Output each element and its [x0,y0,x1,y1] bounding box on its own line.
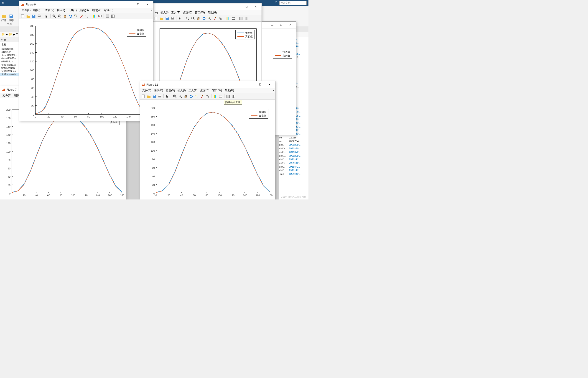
menu-item[interactable]: 查看(V) [44,8,55,12]
zoom-out-icon[interactable] [178,94,183,99]
menu-tools[interactable]: 工具(T) [170,11,182,14]
legend[interactable]: 预测值 真实值 [249,109,268,119]
save-icon[interactable] [31,14,36,19]
link-icon[interactable] [84,14,90,19]
save-button[interactable]: 保存 [9,14,14,22]
datacursor-icon[interactable] [207,16,212,21]
link-icon[interactable] [205,94,210,99]
file-item[interactable]: ointForecast.r [0,73,20,76]
show-plot-tools-icon[interactable] [110,14,115,19]
menu-item[interactable]: 工具(T) [187,89,199,93]
open-icon[interactable] [159,16,164,21]
legend[interactable]: 预测值 真实值 [273,49,292,58]
menu-item[interactable]: 查看(V) [164,89,176,93]
pointer-icon[interactable] [44,14,49,19]
open-icon[interactable] [146,94,151,99]
brush-icon[interactable] [212,16,217,21]
hide-plot-tools-icon[interactable] [238,16,243,21]
pointer-icon[interactable] [165,94,170,99]
show-plot-tools-icon[interactable] [231,94,236,99]
maximize-button[interactable]: ☐ [256,81,265,88]
close-button[interactable]: ✕ [251,4,260,10]
rotate-icon[interactable] [201,16,207,21]
pan-icon[interactable] [63,14,68,19]
zoom-out-icon[interactable] [191,16,196,21]
menu-insert[interactable]: 插入(I) [159,11,170,14]
menu-item[interactable]: 帮助(H) [103,8,115,12]
zoom-in-icon[interactable] [185,16,190,21]
menubar-overflow-icon[interactable]: ↘ [273,89,274,92]
menu-item[interactable]: 帮助(H) [223,89,235,93]
axes-canvas[interactable]: 0204060801001201401600204060801001201401… [19,19,153,121]
brush-icon[interactable] [79,14,84,19]
menu-item[interactable]: 窗口(W) [211,89,223,93]
minimize-button[interactable]: — [267,22,277,28]
tab-home[interactable]: 页 [2,1,5,5]
hide-plot-tools-icon[interactable] [226,94,231,99]
zoom-out-icon[interactable] [57,14,62,19]
menu-help[interactable]: 帮助(H) [206,11,218,14]
pan-icon[interactable] [183,94,188,99]
file-item[interactable]: oint1SMNon. [0,66,20,69]
new-icon[interactable] [141,94,146,99]
open-icon[interactable] [26,14,31,19]
menu-item[interactable]: 桌面(D) [199,89,211,93]
menu-view[interactable]: V) [154,11,159,14]
new-icon[interactable] [154,16,159,21]
save-icon[interactable] [165,16,170,21]
legend-icon[interactable] [231,16,236,21]
colorbar-icon[interactable] [225,16,230,21]
hide-plot-tools-icon[interactable] [105,14,110,19]
search-docs-input[interactable]: 搜索文档 [279,1,307,5]
file-item[interactable]: nstructions.tx [0,63,20,66]
minimize-button[interactable]: — [125,1,134,8]
figure-12-window[interactable]: Figure 12 — ☐ ✕ 文件(F)编辑(E)查看(V)插入(I)工具(T… [140,81,275,200]
menu-item[interactable]: 窗口(W) [90,8,103,12]
print-icon[interactable] [157,94,162,99]
maximize-button[interactable]: ☐ [242,4,251,10]
pan-icon[interactable] [196,16,201,21]
menu-item[interactable]: 编辑(E) [153,89,164,93]
close-button[interactable]: ✕ [143,1,152,8]
titlebar[interactable]: — ☐ ✕ [153,3,261,10]
titlebar[interactable]: — ☐ ✕ [262,22,296,28]
colorbar-icon[interactable] [92,14,97,19]
close-button[interactable]: ✕ [286,22,295,28]
link-icon[interactable] [218,16,223,21]
legend-icon[interactable] [218,94,223,99]
column-header-name[interactable]: 名称 - [0,42,20,47]
file-item[interactable]: lsSparse.m [0,47,20,50]
menu-item[interactable]: 桌面(D) [78,8,90,12]
menu-desktop[interactable]: 桌面(D) [182,11,194,14]
file-item[interactable]: ataset1SMSu... [0,57,20,60]
datacursor-icon[interactable] [74,14,78,19]
print-icon[interactable] [170,16,175,21]
brush-icon[interactable] [200,94,205,99]
zoom-in-icon[interactable] [52,14,57,19]
minimize-button[interactable]: — [233,4,242,10]
save-icon[interactable] [152,94,157,99]
menu-item[interactable]: 编辑(E) [32,8,44,12]
menu-item[interactable]: 文件(F) [20,8,32,12]
maximize-button[interactable]: ☐ [134,1,143,8]
menu-item[interactable]: 插入(I) [55,8,66,12]
menu-item[interactable]: 文件(F) [141,89,153,93]
rotate-icon[interactable] [68,14,73,19]
zoom-in-icon[interactable] [172,94,177,99]
figure-9-window[interactable]: Figure 9 — ☐ ✕ 文件(F)编辑(E)查看(V)插入(I)工具(T)… [19,1,153,121]
legend[interactable]: 预测值 真实值 [127,27,146,37]
file-item[interactable]: lsTrain.m [0,50,20,54]
axes-canvas[interactable]: 隐藏绘图工具 020406080100120140160180020406080… [140,99,275,200]
titlebar[interactable]: Figure 9 — ☐ ✕ [19,1,153,8]
help-icon[interactable]: ? [275,0,277,4]
datacursor-icon[interactable] [194,94,199,99]
menu-item[interactable]: 工具(T) [66,8,78,12]
pointer-icon[interactable] [178,16,183,21]
close-button[interactable]: ✕ [265,81,274,88]
show-plot-tools-icon[interactable] [244,16,249,21]
print-icon[interactable] [37,14,42,19]
minimize-button[interactable]: — [247,81,256,88]
new-icon[interactable] [20,14,25,19]
menu-file[interactable]: 文件(F) [1,94,13,97]
maximize-button[interactable]: ☐ [277,22,286,28]
